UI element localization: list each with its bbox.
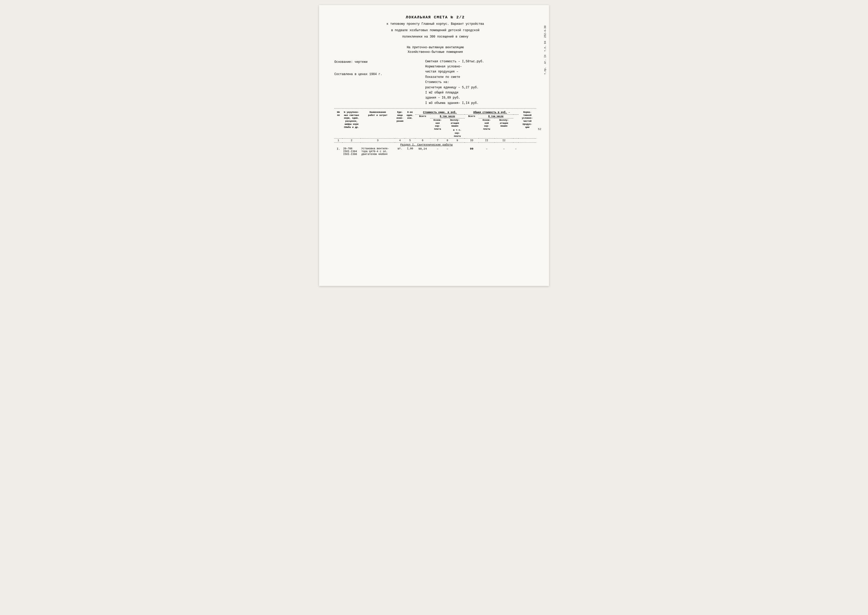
col-num-7: 7	[430, 139, 445, 143]
col-header-unit-total: Всего	[415, 115, 430, 139]
col-num-2: 2	[343, 139, 361, 143]
row1-num: I.	[335, 147, 343, 156]
row1-total-expl: –	[495, 147, 513, 156]
row1-norm: –	[513, 147, 519, 156]
row1-unit-base: –	[430, 147, 445, 156]
stamp-line4: 252-4-30	[544, 25, 547, 38]
column-numbers-row: 1 2 3 4 5 6 7 8 9 IO II I2	[335, 139, 536, 143]
col-header-total-cost-group: Общая стоимость в руб. –	[464, 111, 518, 115]
row1-total-all: 99	[464, 147, 479, 156]
row1-unit-expl2	[450, 147, 464, 156]
row1-qty: I,00	[405, 147, 415, 156]
col-header-unit: Еди-ницаизме-рения	[395, 111, 405, 139]
cost-line8: здания – I6,89 руб.	[425, 95, 536, 100]
total-cost-label: Общая стоимость в руб.	[473, 111, 507, 114]
page-number: 52	[538, 128, 541, 131]
cost-line6: расчетную единицу – 5,27 руб.	[425, 85, 536, 90]
subtitle-line3: поликлиники на 300 посещений в смену	[335, 34, 536, 39]
col-header-unit-sub-group: В том числе	[430, 115, 464, 119]
row1-unit: шт.	[395, 147, 405, 156]
cost-line7: I м2 общей площади	[425, 90, 536, 95]
row1-code-line1: 20–706	[343, 147, 352, 150]
side-stamp: т.пр. Ar. IX т.п. 84 252-4-30	[544, 25, 547, 75]
title-section: ЛОКАЛЬНАЯ СМЕТА № 2/2 к типовому проекту…	[335, 15, 536, 54]
col-header-total-all: Всего	[464, 115, 479, 139]
col-header-norm: Норма-тивнойусловно-чистойпродук-ции	[519, 111, 536, 139]
col-num-11: II	[479, 139, 495, 143]
subtitle-line1: к типовому проекту Главный корпус. Вариа…	[335, 22, 536, 27]
cost-line9: I м3 объема здания– I,I4 руб.	[425, 101, 536, 106]
section-title1: На приточно-вытяжную вентиляцию	[335, 46, 536, 49]
stamp-line1: т.пр.	[544, 67, 547, 75]
cost-line5: Стоимость на:	[425, 80, 536, 85]
col-num-4: 4	[395, 139, 405, 143]
col-header-qty: К-воедин.изм.	[405, 111, 415, 139]
left-info: Основание: чертежи Составлена в ценах 19…	[335, 59, 415, 106]
header-group-row: №№пп № укрупнен-ных сметныхнорм, един.ра…	[335, 111, 536, 115]
col-header-unit-expl-group: Эксплу-атациямашин	[445, 119, 464, 129]
section-label: Раздел I. Сантехнические работы	[335, 143, 519, 147]
main-title: ЛОКАЛЬНАЯ СМЕТА № 2/2	[335, 15, 536, 20]
col-header-name: Наименованиеработ и затрат	[361, 111, 395, 139]
col-num-9: 9	[450, 139, 464, 143]
col-header-total-base: Основ-нойзар-платы	[479, 119, 495, 139]
col-num-12: I2	[495, 139, 513, 143]
section-label-text: Раздел I. Сантехнические работы	[400, 143, 453, 146]
row1-code-line2: I5OI-I394	[343, 150, 357, 153]
col-header-unit-cost-group: Стоимость един. в руб.	[415, 111, 464, 115]
row1-code: 20–706 I5OI-I394 I5OI-I398	[343, 147, 361, 156]
col-header-total-expl: Эксплу-атациимашин	[495, 119, 513, 139]
col-header-unit-base: Основ-наязар-плата	[430, 119, 445, 139]
col-num-10: IO	[464, 139, 479, 143]
row1-unit-total: 99,24	[415, 147, 430, 156]
info-block: Основание: чертежи Составлена в ценах 19…	[335, 59, 536, 106]
divider-top	[335, 108, 536, 109]
row1-total-base: –	[479, 147, 495, 156]
col-header-expl-total	[445, 128, 450, 139]
cost-line1: Сметная стоимость – I,58тыс.руб.	[425, 59, 536, 64]
col-num-8: 8	[445, 139, 450, 143]
col-num-3: 3	[361, 139, 395, 143]
col-header-code: № укрупнен-ных сметныхнорм, един.расцено…	[343, 111, 361, 139]
cost-line4: Показатели по смете	[425, 75, 536, 80]
col-header-total-sub-group: В том числе	[479, 115, 513, 119]
subtitle-line2: в подвале хозбытовых помещений детской г…	[335, 28, 536, 33]
col-num-5: 5	[405, 139, 415, 143]
col-num-6: 6	[415, 139, 430, 143]
right-info: Сметная стоимость – I,58тыс.руб. Нормати…	[425, 59, 536, 106]
col-header-expl-wage: в т.ч.зар-плата	[450, 128, 464, 139]
prices-text: Составлена в ценах 1984 г.	[335, 71, 415, 77]
stamp-line2: Ar. IX	[544, 55, 547, 64]
col-num-1: 1	[335, 139, 343, 143]
basis-text: Основание: чертежи	[335, 59, 415, 65]
table-row: I. 20–706 I5OI-I394 I5OI-I398 Установка …	[335, 147, 536, 156]
row1-unit-expl: –	[445, 147, 450, 156]
stamp-line3: т.п. 84	[544, 41, 547, 52]
col-header-num: №№пп	[335, 111, 343, 139]
row1-name: Установка вентиля-тора Ц470-4 с эл. двиг…	[361, 147, 395, 156]
cost-line2: Нормативная условно-	[425, 64, 536, 69]
section-label-row: Раздел I. Сантехнические работы	[335, 143, 536, 147]
cost-line3: чистая продукция –	[425, 69, 536, 74]
estimate-table: №№пп № укрупнен-ных сметныхнорм, един.ра…	[335, 111, 536, 156]
page-container: т.пр. Ar. IX т.п. 84 252-4-30 52 ЛОКАЛЬН…	[319, 5, 549, 286]
row1-code-line3: I5OI-I398	[343, 153, 357, 156]
unit-cost-label: Стоимость един. в руб.	[423, 111, 457, 114]
section-title2: Хозяйственно-бытовые помещения	[335, 50, 536, 54]
